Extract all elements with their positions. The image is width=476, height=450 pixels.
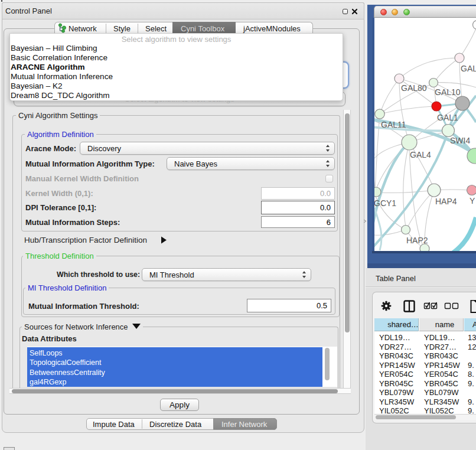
svg-text:SWI4: SWI4 — [450, 136, 470, 145]
svg-text:GAL80: GAL80 — [401, 83, 427, 93]
svg-text:HAP4: HAP4 — [435, 197, 457, 206]
svg-text:GAL2: GAL2 — [461, 64, 476, 73]
svg-text:Y: Y — [470, 196, 475, 206]
svg-text:GAL11: GAL11 — [381, 120, 406, 129]
svg-text:GAL1: GAL1 — [437, 113, 458, 122]
svg-text:GAL4: GAL4 — [410, 150, 431, 159]
svg-text:GAL10: GAL10 — [435, 87, 461, 97]
svg-text:HAP2: HAP2 — [406, 236, 428, 245]
svg-text:GCY1: GCY1 — [374, 198, 396, 208]
